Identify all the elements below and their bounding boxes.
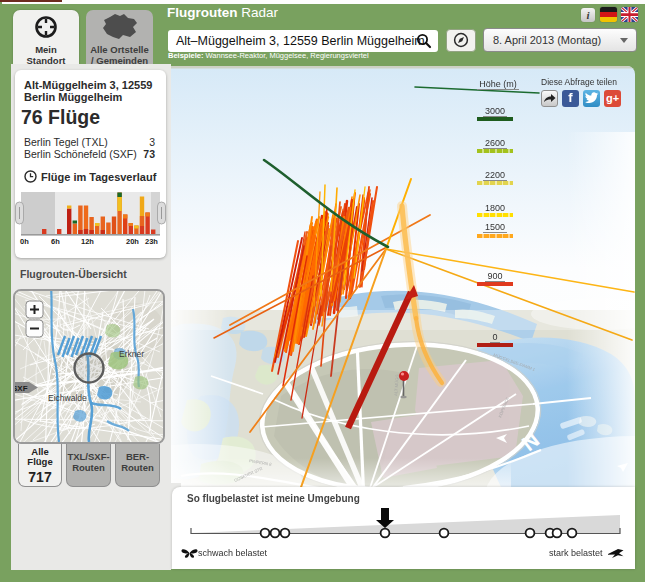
svg-text:SXF: SXF <box>15 384 28 393</box>
svg-text:6h: 6h <box>51 237 60 245</box>
svg-text:Erkner: Erkner <box>119 349 144 359</box>
svg-text:Eichwalde: Eichwalde <box>48 393 87 403</box>
svg-text:20h: 20h <box>126 237 139 245</box>
svg-text:0h: 0h <box>20 237 29 245</box>
svg-text:12h: 12h <box>81 237 94 245</box>
svg-text:23h: 23h <box>145 237 158 245</box>
